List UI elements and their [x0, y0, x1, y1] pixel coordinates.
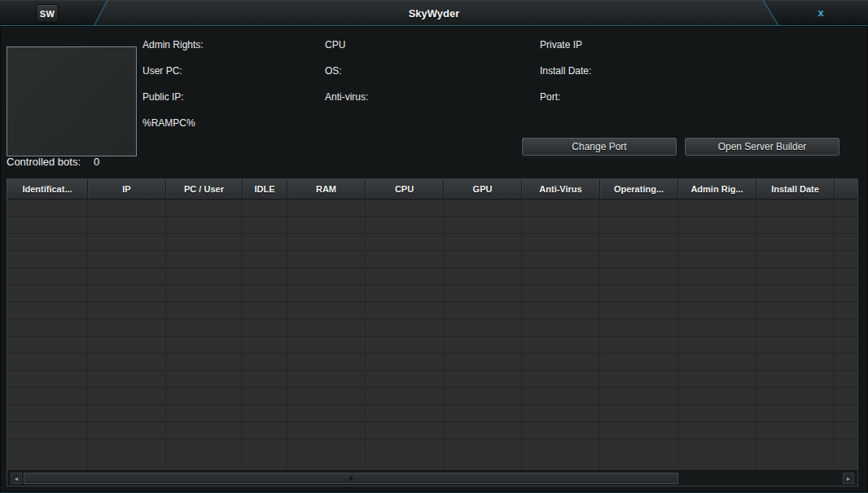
label-os: OS: — [325, 65, 368, 77]
column-header-install-date[interactable]: Install Date — [756, 179, 835, 199]
controlled-bots-label: Controlled bots: — [7, 156, 81, 168]
titlebar[interactable]: SW SkyWyder x — [0, 0, 868, 27]
open-server-builder-button[interactable]: Open Server Builder — [685, 138, 840, 156]
label-user-pc: User PC: — [142, 65, 204, 77]
table-row — [7, 422, 857, 439]
table-row — [7, 354, 857, 371]
scroll-left-button[interactable]: ◄ — [11, 473, 22, 484]
window-title: SkyWyder — [0, 7, 868, 20]
label-port: Port: — [540, 91, 591, 103]
column-header-ram[interactable]: RAM — [287, 179, 366, 199]
column-header-cpu[interactable]: CPU — [366, 179, 444, 199]
table-row — [7, 217, 857, 234]
app-window: SW SkyWyder x Controlled bots:0 Admin Ri… — [0, 0, 868, 493]
label-private-ip: Private IP — [540, 39, 591, 51]
table-row — [7, 285, 857, 302]
label-public-ip: Public IP: — [142, 91, 204, 103]
controlled-bots-line: Controlled bots:0 — [7, 156, 99, 168]
right-arrow-icon: ► — [846, 476, 852, 482]
table-row — [7, 200, 857, 217]
column-header-idle[interactable]: IDLE — [243, 179, 287, 199]
label-cpu: CPU — [325, 39, 368, 51]
table-row — [7, 268, 857, 285]
horizontal-scrollbar[interactable]: ◄ ► — [7, 470, 857, 486]
table-row — [7, 439, 857, 456]
table-row — [7, 388, 857, 405]
column-header-operating[interactable]: Operating... — [600, 179, 678, 199]
label-anti-virus: Anti-virus: — [325, 91, 368, 103]
bot-preview-box — [7, 46, 137, 156]
info-column-2: CPU OS: Anti-virus: — [325, 39, 368, 117]
column-header-ip[interactable]: IP — [88, 179, 166, 199]
column-header-admin-rights[interactable]: Admin Rig... — [678, 179, 756, 199]
table-row — [7, 337, 857, 354]
label-install-date: Install Date: — [540, 65, 591, 77]
bots-table: Identificat... IP PC / User IDLE RAM CPU… — [7, 178, 858, 486]
info-column-3: Private IP Install Date: Port: — [540, 39, 591, 117]
info-column-1: Admin Rights: User PC: Public IP: %RAMPC… — [142, 39, 204, 143]
change-port-button[interactable]: Change Port — [522, 138, 677, 156]
label-rampc: %RAMPC% — [142, 117, 204, 129]
table-row — [7, 319, 857, 337]
column-header-filler — [835, 179, 857, 199]
table-row — [7, 234, 857, 251]
scrollbar-thumb[interactable] — [24, 473, 678, 484]
scroll-right-button[interactable]: ► — [843, 473, 854, 484]
column-header-pc-user[interactable]: PC / User — [166, 179, 243, 199]
left-arrow-icon: ◄ — [14, 476, 20, 482]
table-row — [7, 456, 857, 470]
column-header-identification[interactable]: Identificat... — [7, 179, 88, 199]
table-row — [7, 251, 857, 268]
table-header-row: Identificat... IP PC / User IDLE RAM CPU… — [7, 179, 857, 200]
table-row — [7, 302, 857, 319]
table-body — [7, 200, 857, 470]
table-row — [7, 371, 857, 388]
controlled-bots-count: 0 — [94, 156, 99, 168]
column-header-gpu[interactable]: GPU — [444, 179, 522, 199]
table-row — [7, 405, 857, 422]
label-admin-rights: Admin Rights: — [142, 39, 204, 51]
column-header-anti-virus[interactable]: Anti-Virus — [522, 179, 600, 199]
close-button[interactable]: x — [811, 5, 831, 20]
scrollbar-grip-icon — [349, 477, 353, 480]
